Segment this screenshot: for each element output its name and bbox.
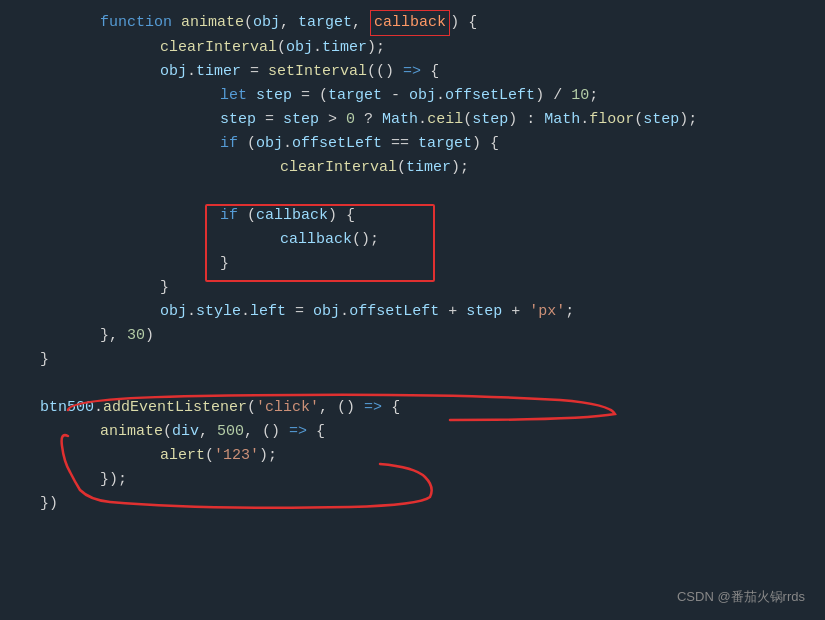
code-line-15: } xyxy=(0,348,825,372)
code-line-9: if (callback) { xyxy=(0,204,825,228)
code-line-11: } xyxy=(0,252,825,276)
code-line-13: obj.style.left = obj.offsetLeft + step +… xyxy=(0,300,825,324)
code-line-7: clearInterval(timer); xyxy=(0,156,825,180)
code-line-2: clearInterval(obj.timer); xyxy=(0,36,825,60)
code-line-18: animate(div, 500, () => { xyxy=(0,420,825,444)
punct: ( xyxy=(244,11,253,35)
code-line-6: if (obj.offsetLeft == target) { xyxy=(0,132,825,156)
code-line-1: function animate(obj, target, callback) … xyxy=(0,10,825,36)
func-name-animate: animate xyxy=(181,11,244,35)
callback-highlighted: callback xyxy=(370,10,450,36)
code-line-3: obj.timer = setInterval(() => { xyxy=(0,60,825,84)
code-line-12: } xyxy=(0,276,825,300)
keyword-function: function xyxy=(100,11,181,35)
code-line-20: }); xyxy=(0,468,825,492)
code-editor: function animate(obj, target, callback) … xyxy=(0,0,825,526)
code-line-14: }, 30) xyxy=(0,324,825,348)
code-line-5: step = step > 0 ? Math.ceil(step) : Math… xyxy=(0,108,825,132)
code-line-19: alert('123'); xyxy=(0,444,825,468)
code-line-16 xyxy=(0,372,825,396)
param-target: target xyxy=(298,11,352,35)
param-obj: obj xyxy=(253,11,280,35)
watermark: CSDN @番茄火锅rrds xyxy=(677,587,805,608)
code-line-8 xyxy=(0,180,825,204)
code-line-17: btn500.addEventListener('click', () => { xyxy=(0,396,825,420)
code-line-4: let step = (target - obj.offsetLeft) / 1… xyxy=(0,84,825,108)
code-line-21: }) xyxy=(0,492,825,516)
code-line-10: callback(); xyxy=(0,228,825,252)
